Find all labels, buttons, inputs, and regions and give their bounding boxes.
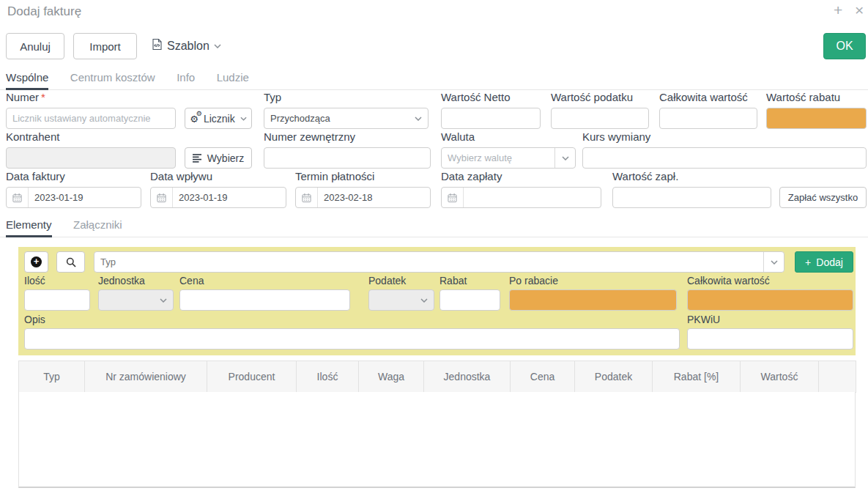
chevron-segment	[554, 148, 575, 168]
import-button[interactable]: Import	[73, 33, 137, 59]
chevron-down-icon	[240, 117, 247, 121]
calkowita-wartosc-input[interactable]	[659, 108, 757, 129]
col-ilosc: Ilość	[297, 361, 359, 393]
wartosc-rabatu-label: Wartość rabatu	[766, 91, 840, 103]
podatek-select[interactable]	[368, 289, 434, 311]
magnifier-icon	[66, 257, 76, 267]
required-asterisk: *	[41, 91, 45, 103]
typ-select[interactable]: Przychodząca	[264, 108, 429, 129]
ilosc-label: Ilość	[24, 275, 45, 287]
podatek-label: Podatek	[368, 275, 406, 287]
po-rabacie-input[interactable]	[509, 289, 677, 311]
template-dropdown[interactable]: Szablon	[152, 38, 221, 53]
window-close-icon[interactable]: ×	[855, 2, 864, 18]
file-code-icon	[152, 38, 163, 53]
wartosc-zapl-label: Wartość zapł.	[612, 170, 678, 182]
cena-label: Cena	[179, 275, 204, 287]
chevron-down-icon	[214, 44, 221, 48]
dodaj-button[interactable]: + Dodaj	[795, 251, 853, 273]
list-icon	[193, 153, 202, 163]
wartosc-podatku-input[interactable]	[551, 108, 649, 129]
wartosc-zapl-input[interactable]	[612, 187, 771, 208]
termin-platnosci-field[interactable]	[295, 187, 431, 208]
wartosc-rabatu-input[interactable]	[766, 108, 867, 129]
opis-input[interactable]	[24, 328, 680, 350]
typ-label: Typ	[264, 91, 281, 103]
chevron-segment	[763, 252, 784, 272]
waluta-label: Waluta	[441, 130, 475, 143]
opis-label: Opis	[24, 314, 45, 325]
waluta-select[interactable]: Wybierz walutę	[441, 147, 576, 169]
calendar-icon	[7, 188, 29, 207]
rabat-label: Rabat	[439, 275, 467, 287]
data-faktury-label: Data faktury	[6, 170, 65, 182]
chevron-down-icon	[420, 298, 428, 303]
licznik-button[interactable]: ⚙⚙ Licznik	[185, 108, 252, 129]
add-element-button[interactable]: +	[24, 251, 48, 273]
data-faktury-field[interactable]	[6, 187, 141, 208]
search-element-button[interactable]	[56, 251, 85, 273]
col-actions	[819, 361, 856, 393]
wartosc-netto-input[interactable]	[441, 108, 541, 129]
calkowita-wartosc-element-input[interactable]	[687, 289, 853, 311]
jednostka-select[interactable]	[98, 289, 174, 311]
zaplac-wszystko-button[interactable]: Zapłać wszystko	[779, 187, 867, 208]
plus-icon: +	[805, 256, 811, 268]
col-wartosc: Wartość	[741, 361, 819, 393]
calkowita-wartosc-label: Całkowita wartość	[659, 91, 748, 103]
wybierz-button[interactable]: Wybierz	[185, 147, 252, 169]
chevron-down-icon	[415, 117, 422, 121]
chevron-down-icon	[562, 156, 569, 160]
termin-platnosci-input[interactable]	[318, 192, 430, 203]
tab-wspolne[interactable]: Wspólne	[6, 71, 48, 90]
data-zaplaty-field[interactable]	[441, 187, 601, 208]
numer-input[interactable]	[6, 108, 176, 129]
numer-label: Numer*	[6, 91, 45, 103]
ok-button[interactable]: OK	[823, 33, 866, 59]
kurs-wymiany-label: Kurs wymiany	[582, 130, 650, 143]
numer-zewnetrzny-input[interactable]	[264, 147, 431, 169]
section-tabs: Elementy Załączniki	[0, 218, 868, 237]
pkwiu-input[interactable]	[687, 328, 853, 350]
data-wplywu-label: Data wpływu	[150, 170, 212, 182]
data-wplywu-input[interactable]	[173, 192, 286, 203]
tab-elementy[interactable]: Elementy	[6, 218, 52, 237]
chevron-down-icon	[771, 260, 778, 265]
cena-input[interactable]	[179, 289, 350, 311]
rabat-input[interactable]	[439, 289, 500, 311]
typ-combobox-input[interactable]	[100, 256, 760, 267]
numer-zewnetrzny-label: Numer zewnętrzny	[264, 130, 355, 143]
wartosc-podatku-label: Wartość podatku	[551, 91, 633, 103]
elements-table: Typ Nr zamówieniowy Producent Ilość Waga…	[18, 361, 856, 393]
data-wplywu-field[interactable]	[150, 187, 286, 208]
pkwiu-label: PKWiU	[687, 314, 720, 325]
template-label: Szablon	[167, 40, 209, 53]
add-invoice-dialog: Dodaj fakturę + × Anuluj Import Szablon …	[0, 0, 868, 499]
gears-icon: ⚙⚙	[190, 114, 199, 124]
plus-circle-icon: +	[31, 256, 42, 267]
main-tabs: Wspólne Centrum kosztów Info Ludzie	[0, 71, 868, 90]
data-zaplaty-input[interactable]	[464, 192, 601, 203]
tab-info[interactable]: Info	[177, 71, 195, 90]
tab-ludzie[interactable]: Ludzie	[217, 71, 249, 90]
typ-combobox[interactable]	[94, 251, 784, 273]
calkowita-wartosc-label: Całkowita wartość	[687, 275, 770, 287]
data-zaplaty-label: Data zapłaty	[441, 170, 502, 182]
ilosc-input[interactable]	[24, 289, 90, 311]
tab-centrum-kosztow[interactable]: Centrum kosztów	[70, 71, 155, 90]
col-cena: Cena	[511, 361, 575, 393]
tab-zalaczniki[interactable]: Załączniki	[73, 218, 122, 237]
col-rabat: Rabat [%]	[653, 361, 741, 393]
cancel-button[interactable]: Anuluj	[6, 33, 64, 59]
jednostka-label: Jednostka	[98, 275, 145, 287]
col-nr-zamowieniowy: Nr zamówieniowy	[85, 361, 207, 393]
col-waga: Waga	[359, 361, 424, 393]
kontrahent-input[interactable]	[6, 147, 176, 169]
data-faktury-input[interactable]	[29, 192, 141, 203]
kontrahent-label: Kontrahent	[6, 130, 59, 143]
window-plus-icon[interactable]: +	[834, 2, 842, 18]
calendar-icon	[442, 188, 464, 207]
col-jednostka: Jednostka	[424, 361, 511, 393]
kurs-wymiany-input[interactable]	[582, 147, 867, 169]
col-typ: Typ	[19, 361, 85, 393]
